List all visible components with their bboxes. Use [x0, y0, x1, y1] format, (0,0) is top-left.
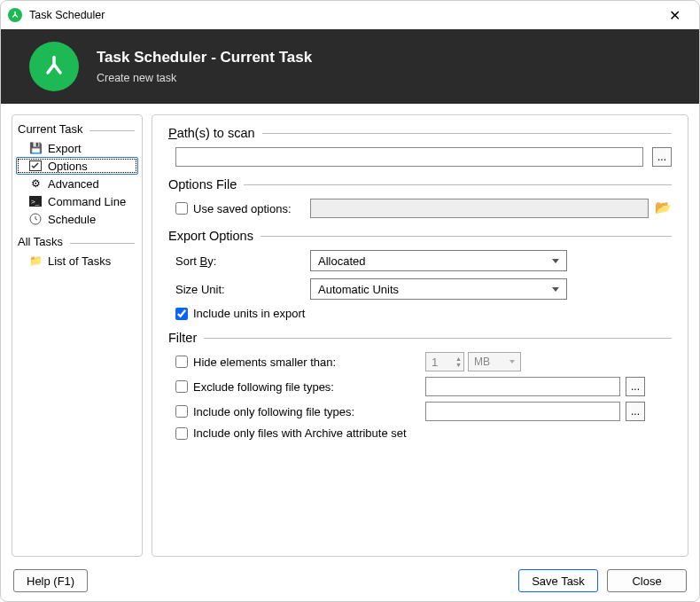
help-button[interactable]: Help (F1) [13, 569, 88, 592]
archive-only-check[interactable] [175, 427, 188, 440]
header-title: Task Scheduler - Current Task [97, 49, 312, 66]
sidebar-item-label: Options [48, 160, 88, 173]
include-units-checkbox[interactable]: Include units in export [168, 307, 305, 320]
body: Current Task 💾 Export Options ⚙ Advanced… [1, 104, 699, 567]
include-units-check[interactable] [175, 308, 188, 320]
include-units-label: Include units in export [193, 307, 305, 320]
sidebar-item-label: Schedule [48, 213, 96, 226]
window-title: Task Scheduler [29, 9, 657, 21]
sidebar-item-options[interactable]: Options [16, 157, 138, 175]
sidebar-group-current-task: Current Task [16, 121, 138, 139]
section-title-export-options: Export Options [168, 229, 672, 243]
exclude-types-check[interactable] [175, 380, 188, 393]
section-paths: Path(s) to scan ... [168, 126, 672, 167]
section-export-options: Export Options Sort By: Allocated Size U… [168, 229, 672, 320]
hide-smaller-check[interactable] [175, 356, 188, 368]
footer: Help (F1) Save Task Close [1, 567, 699, 601]
sort-by-label: Sort By: [168, 254, 301, 268]
archive-only-label: Include only files with Archive attribut… [193, 426, 407, 440]
options-file-path-input [310, 199, 649, 218]
sort-by-select[interactable]: Allocated [310, 250, 567, 271]
paths-browse-button[interactable]: ... [652, 147, 672, 167]
sidebar: Current Task 💾 Export Options ⚙ Advanced… [12, 114, 143, 557]
header-text: Task Scheduler - Current Task Create new… [97, 49, 312, 84]
checkbox-icon [28, 159, 43, 173]
hide-smaller-checkbox[interactable]: Hide elements smaller than: [168, 356, 416, 369]
size-unit-select[interactable]: Automatic Units [310, 278, 567, 300]
sidebar-item-label: Command Line [48, 195, 126, 208]
section-filter: Filter Hide elements smaller than: 1 ▲▼ … [168, 331, 672, 440]
section-title-options-file: Options File [168, 177, 672, 192]
header: Task Scheduler - Current Task Create new… [1, 29, 699, 104]
hide-smaller-unit-select: MB [468, 352, 521, 371]
sidebar-item-list-of-tasks[interactable]: 📁 List of Tasks [16, 252, 138, 270]
include-types-label: Include only following file types: [193, 405, 354, 418]
main-panel: Path(s) to scan ... Options File Use sav… [152, 114, 688, 557]
section-title-filter: Filter [168, 331, 672, 345]
exclude-types-browse-button[interactable]: ... [626, 377, 645, 396]
app-icon [8, 8, 22, 22]
use-saved-options-label: Use saved options: [193, 202, 292, 215]
save-icon: 💾 [28, 141, 43, 155]
hide-smaller-spinner: 1 ▲▼ [425, 352, 464, 371]
include-types-check[interactable] [175, 405, 188, 418]
header-logo-icon [29, 42, 79, 91]
titlebar: Task Scheduler ✕ [1, 1, 699, 29]
folder-icon: 📁 [28, 254, 43, 268]
exclude-types-input[interactable] [425, 377, 620, 396]
size-unit-label: Size Unit: [168, 283, 301, 296]
header-subtitle: Create new task [97, 72, 312, 84]
exclude-types-checkbox[interactable]: Exclude following file types: [168, 380, 416, 394]
close-button[interactable]: Close [607, 569, 687, 592]
sidebar-item-label: Export [48, 142, 82, 155]
sidebar-item-advanced[interactable]: ⚙ Advanced [16, 175, 138, 192]
paths-input[interactable] [175, 147, 643, 167]
sidebar-item-schedule[interactable]: Schedule [16, 210, 138, 228]
section-title-paths: Path(s) to scan [168, 126, 672, 140]
gear-icon: ⚙ [28, 176, 43, 191]
hide-smaller-label: Hide elements smaller than: [193, 356, 336, 369]
options-file-browse-button[interactable]: 📂 [654, 199, 672, 216]
include-types-browse-button[interactable]: ... [626, 402, 645, 421]
include-types-input[interactable] [425, 402, 620, 421]
clock-icon [28, 212, 43, 226]
close-icon[interactable]: ✕ [657, 1, 692, 29]
sidebar-item-label: Advanced [48, 177, 99, 191]
archive-only-checkbox[interactable]: Include only files with Archive attribut… [168, 426, 407, 440]
sidebar-item-label: List of Tasks [48, 254, 111, 268]
sidebar-group-all-tasks: All Tasks [16, 233, 138, 252]
exclude-types-label: Exclude following file types: [193, 380, 334, 394]
include-types-checkbox[interactable]: Include only following file types: [168, 405, 416, 418]
sidebar-item-command-line[interactable]: >_ Command Line [16, 192, 138, 210]
sidebar-item-export[interactable]: 💾 Export [16, 139, 138, 157]
use-saved-options-checkbox[interactable]: Use saved options: [175, 202, 301, 215]
terminal-icon: >_ [28, 194, 43, 208]
use-saved-options-check[interactable] [175, 202, 188, 215]
save-task-button[interactable]: Save Task [518, 569, 598, 592]
section-options-file: Options File Use saved options: 📂 [168, 177, 672, 218]
svg-text:>_: >_ [31, 198, 40, 206]
